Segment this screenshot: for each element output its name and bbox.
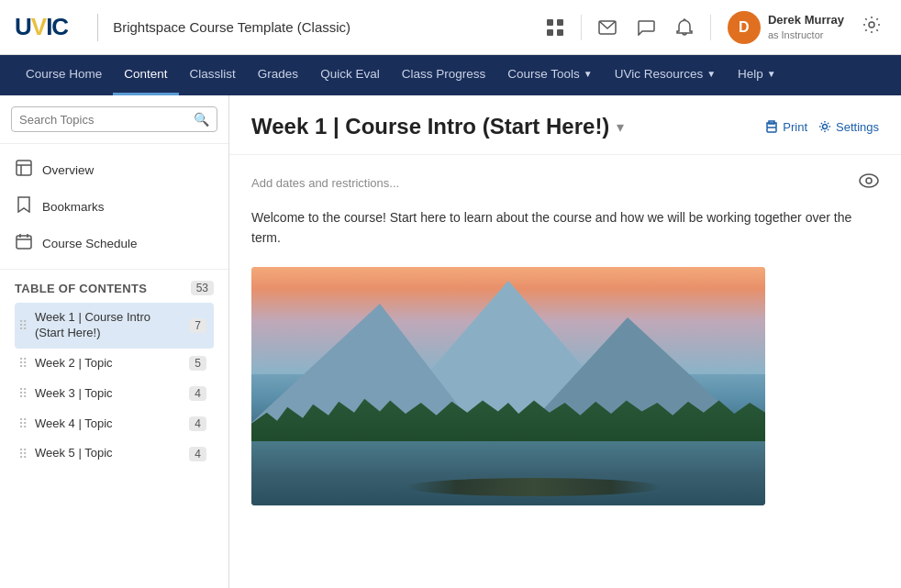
nav-help[interactable]: Help ▼	[727, 55, 787, 95]
grid-icon-button[interactable]	[539, 11, 572, 44]
svg-point-16	[860, 174, 878, 187]
settings-content-icon	[818, 120, 831, 133]
toc-item-4-label: Week 5 | Topic	[35, 446, 182, 461]
user-name: Derek Murray	[768, 13, 844, 28]
print-icon	[765, 120, 778, 133]
toc-item-4[interactable]: ⠿ Week 5 | Topic 4	[15, 438, 214, 469]
toc-item-3-label: Week 4 | Topic	[35, 416, 182, 432]
svg-point-17	[866, 178, 872, 183]
toc-item-0-label: Week 1 | Course Intro (Start Here!)	[35, 310, 182, 341]
water-rocks	[406, 478, 662, 496]
toc-header: Table of Contents 53	[15, 281, 214, 295]
top-divider	[97, 14, 98, 41]
drag-handle-1: ⠿	[18, 356, 28, 371]
search-input[interactable]	[19, 113, 194, 127]
search-area: 🔍	[0, 95, 228, 144]
sidebar-nav: Overview Bookmarks	[0, 144, 228, 270]
chat-icon-button[interactable]	[629, 11, 662, 44]
print-label: Print	[783, 120, 807, 134]
sidebar-item-bookmarks-label: Bookmarks	[42, 200, 105, 214]
nav-grades[interactable]: Grades	[247, 55, 309, 95]
settings-gear-button[interactable]	[857, 10, 886, 44]
content-area: Week 1 | Course Intro (Start Here!) ▾ Pr…	[229, 95, 901, 588]
toc-item-4-count: 4	[189, 447, 206, 461]
bell-icon	[676, 18, 693, 37]
visibility-icon[interactable]	[859, 173, 879, 193]
gear-icon	[862, 16, 881, 34]
mail-icon	[598, 20, 617, 35]
svg-rect-3	[557, 29, 563, 36]
toc-item-1-count: 5	[189, 356, 206, 371]
bell-icon-button[interactable]	[668, 11, 701, 44]
svg-point-5	[869, 22, 874, 28]
toc-item-0-count: 7	[189, 318, 206, 333]
sidebar-item-bookmarks[interactable]: Bookmarks	[0, 188, 228, 225]
settings-button[interactable]: Settings	[818, 120, 879, 134]
drag-handle-2: ⠿	[18, 386, 28, 401]
bookmark-icon	[15, 196, 33, 216]
content-title: Week 1 | Course Intro (Start Here!)	[251, 114, 609, 139]
mail-icon-button[interactable]	[591, 11, 624, 44]
content-actions: Print Settings	[765, 120, 879, 134]
logo-text: UVIC	[15, 13, 68, 41]
content-body: Add dates and restrictions... Welcome to…	[229, 155, 901, 524]
toc-title: Table of Contents	[15, 282, 147, 295]
toc-item-3[interactable]: ⠿ Week 4 | Topic 4	[15, 409, 214, 439]
dates-row: Add dates and restrictions...	[251, 173, 879, 193]
toc-section: Table of Contents 53 ⠿ Week 1 | Course I…	[0, 270, 228, 476]
grid-icon	[546, 18, 564, 37]
search-icon: 🔍	[194, 112, 209, 127]
course-title: Brightspace Course Template (Classic)	[113, 19, 539, 35]
dates-link[interactable]: Add dates and restrictions...	[251, 176, 399, 190]
course-image	[251, 267, 765, 505]
user-info: Derek Murray as Instructor	[768, 13, 844, 41]
top-icons: D Derek Murray as Instructor	[539, 7, 886, 48]
toc-item-1[interactable]: ⠿ Week 2 | Topic 5	[15, 349, 214, 379]
nav-classlist[interactable]: Classlist	[179, 55, 247, 95]
svg-point-15	[823, 125, 828, 129]
svg-rect-0	[547, 19, 553, 26]
user-area[interactable]: D Derek Murray as Instructor	[720, 7, 851, 48]
toc-item-2-count: 4	[189, 386, 206, 401]
logo: UVIC	[15, 13, 68, 41]
nav-quick-eval[interactable]: Quick Eval	[309, 55, 391, 95]
drag-handle-4: ⠿	[18, 447, 28, 461]
icon-divider-2	[710, 15, 711, 40]
user-role: as Instructor	[768, 28, 844, 41]
sidebar-item-course-schedule-label: Course Schedule	[42, 237, 138, 250]
icon-divider-1	[581, 15, 582, 40]
top-bar: UVIC Brightspace Course Template (Classi…	[0, 0, 901, 55]
settings-label: Settings	[836, 120, 879, 134]
svg-rect-9	[17, 236, 31, 249]
toc-item-2[interactable]: ⠿ Week 3 | Topic 4	[15, 379, 214, 409]
calendar-icon	[15, 233, 33, 253]
svg-rect-1	[557, 19, 563, 26]
print-button[interactable]: Print	[765, 120, 807, 134]
toc-count: 53	[191, 281, 214, 295]
nav-content[interactable]: Content	[113, 55, 178, 95]
uvic-resources-chevron: ▼	[706, 69, 716, 79]
overview-icon	[15, 160, 33, 180]
svg-rect-13	[767, 128, 776, 132]
welcome-text: Welcome to the course! Start here to lea…	[251, 207, 879, 249]
nav-course-home[interactable]: Course Home	[15, 55, 113, 95]
content-header: Week 1 | Course Intro (Start Here!) ▾ Pr…	[229, 95, 901, 155]
nav-uvic-resources[interactable]: UVic Resources ▼	[604, 55, 727, 95]
sidebar-item-overview-label: Overview	[42, 163, 94, 177]
nav-bar: Course Home Content Classlist Grades Qui…	[0, 55, 901, 95]
nav-class-progress[interactable]: Class Progress	[391, 55, 497, 95]
avatar-initials: D	[739, 19, 750, 36]
nav-course-tools[interactable]: Course Tools ▼	[496, 55, 603, 95]
content-title-row: Week 1 | Course Intro (Start Here!) ▾	[251, 114, 624, 139]
sidebar-item-course-schedule[interactable]: Course Schedule	[0, 225, 228, 261]
toc-item-2-label: Week 3 | Topic	[35, 386, 182, 402]
toc-item-3-count: 4	[189, 416, 206, 431]
svg-rect-6	[17, 161, 31, 175]
sidebar-item-overview[interactable]: Overview	[0, 151, 228, 188]
search-box: 🔍	[11, 106, 217, 132]
svg-rect-2	[547, 29, 553, 36]
toc-item-0[interactable]: ⠿ Week 1 | Course Intro (Start Here!) 7	[15, 303, 214, 349]
chat-icon	[637, 19, 655, 36]
toc-item-1-label: Week 2 | Topic	[35, 356, 182, 372]
content-title-chevron-icon[interactable]: ▾	[617, 118, 624, 136]
